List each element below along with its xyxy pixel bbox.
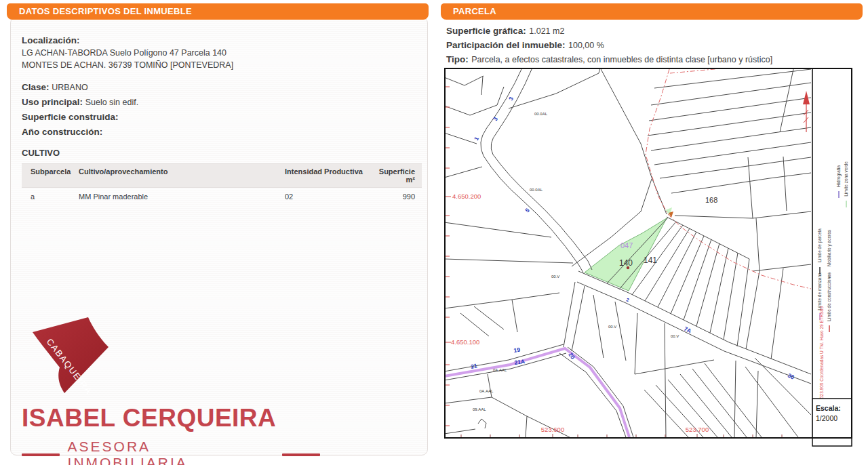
cultivo-table: Subparcela Cultivo/aprovechamiento Inten… (22, 163, 422, 205)
agency-logo: CABAQUEIRA ISABEL CERQUEIRA ASESORA INMO… (22, 315, 320, 465)
parcela-fields: Superficie gráfica: 1.021 m2 Participaci… (446, 24, 863, 65)
field-superficie-construida: Superficie construida: (22, 112, 418, 122)
col-subparcela: Subparcela (22, 167, 76, 184)
field-ano-construccion: Año construcción: (22, 127, 418, 137)
road-label-19: 19 (513, 346, 521, 354)
col-superficie: Superficie m² (370, 167, 419, 184)
parcel-label-168: 168 (705, 196, 717, 204)
col-cultivo: Cultivo/aprovechamiento (76, 167, 279, 184)
landuse-label-2: 00.0AL (530, 188, 543, 192)
field-uso-principal: Uso principal: Suelo sin edif. (22, 97, 418, 107)
left-panel-header: DATOS DESCRIPTIVOS DEL INMUEBLE (7, 3, 429, 20)
coord-label-x1: 523.600 (541, 426, 564, 433)
landuse-label-5: 00.V (671, 334, 679, 338)
parcel-label-140: 140 (619, 258, 633, 268)
field-tipo: Tipo: Parcela, a efectos catastrales, co… (446, 53, 863, 65)
cadastral-map: 4.650.200 4.650.100 523.600 523.700 168 … (444, 68, 852, 451)
cell-intensidad: 02 (279, 193, 370, 201)
svg-text:Límite de parcela: Límite de parcela (817, 228, 823, 262)
right-panel-header: PARCELA (441, 3, 863, 20)
landuse-label-1: 00.0AL (534, 112, 548, 116)
field-clase: Clase: URBANO (22, 82, 418, 92)
field-superficie-grafica: Superficie gráfica: 1.021 m2 (446, 24, 863, 37)
landuse-label-7: 0A.AAL (479, 389, 494, 393)
property-data-panel: DATOS DESCRIPTIVOS DEL INMUEBLE Localiza… (7, 3, 429, 456)
polygon-label-047: 047 (620, 241, 633, 249)
table-row: a MM Pinar maderable 02 990 (22, 188, 422, 205)
coord-label-y2: 4.650.100 (451, 338, 479, 346)
tagline-text: ASESORA INMOBILIARIA (68, 439, 275, 465)
cell-subparcela: a (22, 193, 76, 201)
svg-text:Mobiliario y aceras: Mobiliario y aceras (827, 229, 832, 266)
localizacion-line2: MONTES DE ACHAN. 36739 TOMIÑO [PONTEVEDR… (22, 60, 418, 70)
cell-superficie: 990 (370, 193, 419, 201)
svg-text:Límite de construcciones: Límite de construcciones (827, 272, 831, 321)
svg-text:Límite zona verde: Límite zona verde (844, 161, 848, 197)
landuse-label-8: 09.AAL (473, 407, 486, 411)
cultivo-table-header: Subparcela Cultivo/aprovechamiento Inten… (22, 163, 422, 188)
localizacion-line1: LG ACHAN-TABORDA Suelo Polígono 47 Parce… (22, 48, 418, 58)
property-fields: Clase: URBANO Uso principal: Suelo sin e… (22, 82, 418, 137)
escala-value: 1/2000 (816, 414, 837, 422)
cell-cultivo: MM Pinar maderable (76, 193, 279, 201)
tagline-dash-right (282, 453, 320, 456)
landuse-label-6: 0A.AAL (493, 368, 507, 372)
logo-name: ISABEL CERQUEIRA (22, 404, 320, 432)
coord-label-x2: 523.700 (686, 426, 709, 433)
field-participacion: Participación del inmueble: 100,00 % (446, 39, 863, 51)
coord-label-y1: 4.650.200 (452, 193, 481, 200)
scale-box: Escala: 1/2000 (812, 399, 852, 446)
coordinate-system-note: 523.800 Coordenadas U TM. Huso 29 ETRS89 (819, 306, 824, 399)
landuse-label-4: 00.V (608, 325, 616, 329)
logo-flag-icon: CABAQUEIRA (22, 315, 125, 399)
logo-tagline: ASESORA INMOBILIARIA (22, 439, 320, 465)
parcel-label-141: 141 (644, 256, 657, 265)
svg-text:Límite de manzana: Límite de manzana (817, 272, 822, 310)
col-intensidad: Intensidad Productiva (279, 167, 370, 184)
escala-label: Escala: (816, 404, 841, 412)
svg-text:Hidrografía: Hidrografía (836, 165, 842, 188)
tagline-dash-left (22, 453, 60, 456)
left-panel-body: Localización: LG ACHAN-TABORDA Suelo Pol… (10, 17, 428, 456)
landuse-label-3: 00.V (551, 275, 559, 279)
parcela-panel: PARCELA Superficie gráfica: 1.021 m2 Par… (441, 3, 863, 456)
localizacion-label: Localización: (22, 35, 418, 45)
cultivo-title: CULTIVO (22, 148, 418, 158)
